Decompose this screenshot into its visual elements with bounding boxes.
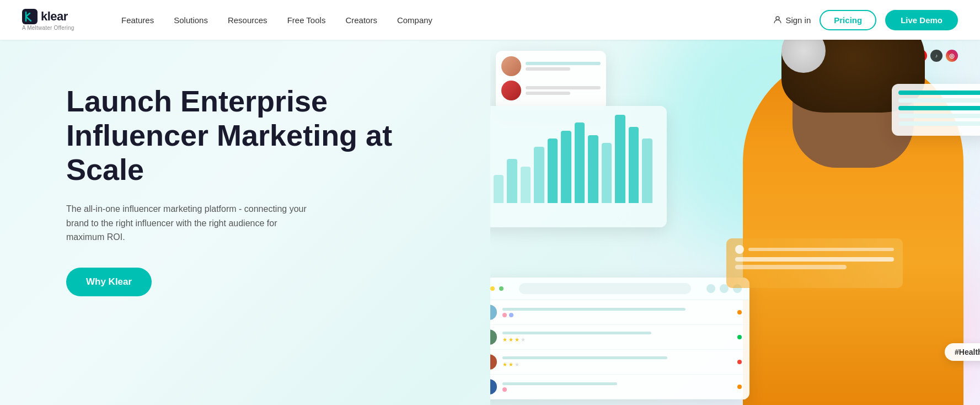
nav-solutions[interactable]: Solutions <box>174 15 208 25</box>
highlight-bar-full <box>735 257 894 262</box>
hero-left: Launch Enterprise Influencer Marketing a… <box>0 40 490 405</box>
nav-resources[interactable]: Resources <box>228 15 267 25</box>
influencer-bar-1 <box>526 62 601 65</box>
influencer-row-2 <box>501 81 601 100</box>
row-main-bar-1 <box>502 308 686 311</box>
logo-name: klear <box>41 9 68 24</box>
influencer-info-1 <box>526 62 601 71</box>
influencer-row-1 <box>501 56 601 76</box>
table-row-3: ★ ★ ★ <box>490 350 749 375</box>
table-header <box>490 278 749 300</box>
table-icon-1 <box>706 284 715 293</box>
status-dot-1 <box>737 310 742 315</box>
row-avatar-2 <box>490 329 497 345</box>
nav-features[interactable]: Features <box>121 15 154 25</box>
chart-bars <box>490 115 658 203</box>
influencer-bar-short-2 <box>526 92 571 95</box>
bar-2 <box>507 159 517 203</box>
row-stars-2: ★ ★ ★ ★ <box>502 337 732 343</box>
bar-1 <box>494 175 504 203</box>
window-dot-green <box>499 286 504 291</box>
row-main-bar-3 <box>502 356 668 359</box>
row-bars-3: ★ ★ ★ <box>502 356 732 367</box>
live-demo-button[interactable]: Live Demo <box>885 10 958 30</box>
logo-subtitle: A Meltwater Offering <box>22 25 88 31</box>
row-stars-3: ★ ★ ★ <box>502 361 732 367</box>
row-dots-4 <box>502 387 732 392</box>
row-dots-1 <box>502 313 732 317</box>
highlight-row-1 <box>735 245 894 254</box>
row-avatar-3 <box>490 354 497 370</box>
highlight-dot <box>735 245 744 254</box>
highlight-bar-short <box>735 265 847 269</box>
rpanel-bar-2 <box>898 98 980 103</box>
table-search-bar <box>519 283 691 294</box>
header-right: Sign in Pricing Live Demo <box>773 10 958 30</box>
status-dot-4 <box>737 385 742 389</box>
row-avatar-4 <box>490 379 497 395</box>
bar-6 <box>561 131 571 203</box>
row-main-bar-4 <box>502 382 617 385</box>
row-main-bar-2 <box>502 332 651 334</box>
klear-logo-icon <box>22 9 38 24</box>
bar-4 <box>534 147 544 203</box>
bar-5 <box>548 138 558 203</box>
influencer-bar-short-1 <box>526 67 571 71</box>
user-icon <box>773 15 782 24</box>
sign-in-button[interactable]: Sign in <box>773 15 811 25</box>
rpanel-bar-5 <box>898 121 980 126</box>
chart-card <box>490 106 667 227</box>
right-panel-card <box>892 84 980 136</box>
row-avatar-1 <box>490 305 497 320</box>
hero-section: Launch Enterprise Influencer Marketing a… <box>0 40 980 405</box>
why-klear-button[interactable]: Why Klear <box>66 268 152 296</box>
influencer-avatar-1 <box>501 56 521 76</box>
bar-11 <box>629 127 639 203</box>
row-dot-pink-1 <box>502 313 507 317</box>
pricing-button[interactable]: Pricing <box>820 10 876 30</box>
rpanel-bar-1 <box>898 90 980 95</box>
influencer-list-card <box>496 51 606 110</box>
bar-9 <box>602 143 612 203</box>
row-dot-pink-4 <box>502 387 507 392</box>
bar-12 <box>642 138 652 203</box>
logo-area: klear A Meltwater Offering <box>22 9 88 31</box>
header: klear A Meltwater Offering Features Solu… <box>0 0 980 40</box>
hashtag-text: #HealthyEats <box>955 348 980 356</box>
rpanel-bar-3 <box>898 106 980 110</box>
window-dot-yellow <box>490 286 495 291</box>
hero-heading: Launch Enterprise Influencer Marketing a… <box>66 84 490 186</box>
row-dot-blue-1 <box>509 313 513 317</box>
table-row-1 <box>490 300 749 325</box>
rpanel-bar-4 <box>898 114 980 118</box>
influencer-avatar-2 <box>501 81 521 100</box>
row-bars-4 <box>502 382 732 392</box>
row-bars-2: ★ ★ ★ ★ <box>502 332 732 343</box>
bar-7 <box>575 122 585 203</box>
sign-in-label: Sign in <box>785 15 811 25</box>
bar-10 <box>615 115 625 203</box>
influencer-info-2 <box>526 86 601 95</box>
svg-rect-0 <box>22 9 38 24</box>
table-row-2: ★ ★ ★ ★ <box>490 325 749 350</box>
nav-company[interactable]: Company <box>397 15 432 25</box>
table-row-4 <box>490 375 749 399</box>
status-dot-2 <box>737 335 742 339</box>
main-nav: Features Solutions Resources Free Tools … <box>121 15 773 25</box>
status-dot-3 <box>737 360 742 364</box>
influencer-table-card: ★ ★ ★ ★ ★ ★ ★ <box>490 278 749 399</box>
hashtag-card: #HealthyEats <box>945 343 980 361</box>
hero-subtext: The all-in-one influencer marketing plat… <box>66 202 309 244</box>
svg-point-1 <box>776 17 779 20</box>
bar-3 <box>521 167 531 203</box>
highlight-overlay <box>726 238 903 288</box>
nav-creators[interactable]: Creators <box>345 15 377 25</box>
bar-8 <box>588 135 598 203</box>
nav-free-tools[interactable]: Free Tools <box>287 15 326 25</box>
row-bars-1 <box>502 308 732 317</box>
highlight-line-1 <box>748 248 894 251</box>
influencer-bar-2 <box>526 86 601 89</box>
hero-right: ★ ★ ★ ★ ★ ★ ★ <box>490 40 981 405</box>
